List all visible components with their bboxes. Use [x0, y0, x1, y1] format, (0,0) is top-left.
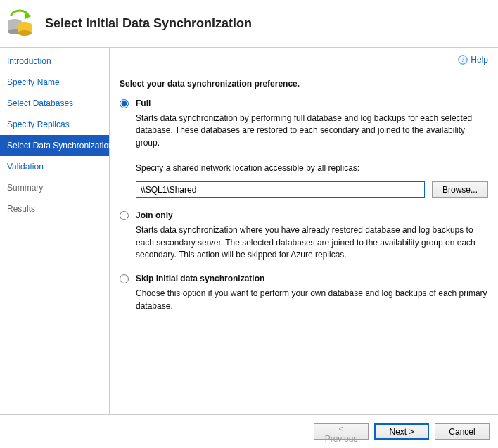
- option-full: Full Starts data synchronization by perf…: [120, 98, 488, 198]
- radio-skip[interactable]: [120, 274, 129, 283]
- wizard-header: Select Initial Data Synchronization: [0, 0, 498, 48]
- sidebar-item-select-data-sync[interactable]: Select Data Synchronization: [0, 135, 109, 156]
- next-button[interactable]: Next >: [374, 423, 429, 440]
- option-skip-title[interactable]: Skip initial data synchronization: [136, 274, 488, 283]
- radio-join-only[interactable]: [120, 211, 129, 220]
- option-skip-desc: Choose this option if you want to perfor…: [136, 288, 488, 312]
- help-icon: ?: [458, 55, 468, 65]
- sidebar-item-results: Results: [0, 198, 109, 219]
- option-join-only-desc: Starts data synchronization where you ha…: [136, 224, 488, 261]
- share-location-input[interactable]: [136, 181, 425, 198]
- option-full-desc: Starts data synchronization by performin…: [136, 113, 488, 149]
- page-title: Select Initial Data Synchronization: [45, 16, 252, 31]
- svg-text:?: ?: [461, 56, 464, 63]
- sidebar-item-select-databases[interactable]: Select Databases: [0, 93, 109, 114]
- database-sync-icon: [6, 8, 35, 39]
- wizard-footer: < Previous Next > Cancel: [0, 414, 498, 448]
- help-label: Help: [471, 55, 488, 65]
- sidebar-item-summary: Summary: [0, 177, 109, 198]
- sidebar-item-introduction[interactable]: Introduction: [0, 51, 109, 72]
- svg-point-5: [18, 30, 32, 36]
- radio-full[interactable]: [120, 99, 129, 108]
- sidebar-item-specify-name[interactable]: Specify Name: [0, 72, 109, 93]
- sidebar-item-specify-replicas[interactable]: Specify Replicas: [0, 114, 109, 135]
- previous-button[interactable]: < Previous: [314, 423, 369, 440]
- sync-preference-prompt: Select your data synchronization prefere…: [120, 79, 488, 89]
- help-link[interactable]: ? Help: [458, 55, 488, 65]
- share-location-label: Specify a shared network location access…: [136, 163, 488, 173]
- wizard-steps-sidebar: Introduction Specify Name Select Databas…: [0, 48, 110, 414]
- sidebar-item-validation[interactable]: Validation: [0, 156, 109, 177]
- wizard-main-panel: ? Help Select your data synchronization …: [110, 48, 498, 414]
- option-join-only: Join only Starts data synchronization wh…: [120, 210, 488, 261]
- option-join-only-title[interactable]: Join only: [136, 210, 488, 220]
- cancel-button[interactable]: Cancel: [435, 423, 490, 440]
- option-skip: Skip initial data synchronization Choose…: [120, 274, 488, 312]
- browse-button[interactable]: Browse...: [432, 181, 488, 198]
- option-full-title[interactable]: Full: [136, 98, 488, 108]
